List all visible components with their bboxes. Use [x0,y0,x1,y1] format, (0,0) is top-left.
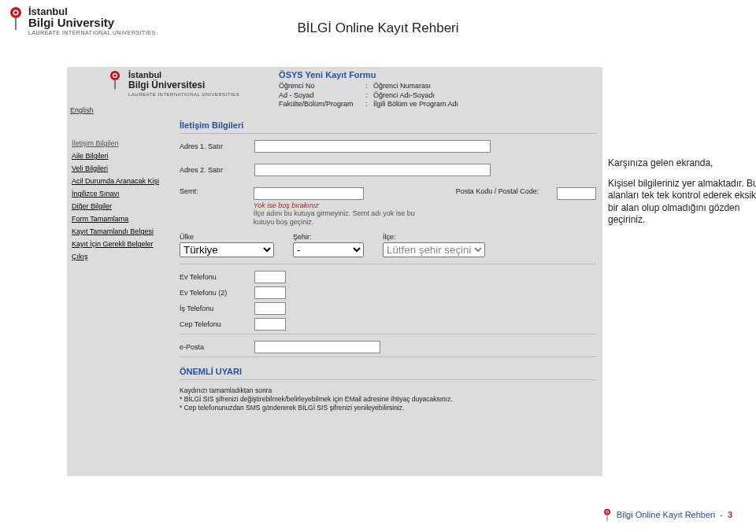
label-evtel: Ev Telefonu [180,273,254,281]
desc-p2: Kişisel bilgileriniz yer almaktadır. Bu … [608,178,756,227]
page-title: BİLGİ Online Kayıt Rehberi [297,20,458,36]
input-adres1[interactable] [254,140,491,153]
section-title: İletişim Bilgileri [180,120,596,130]
sidebar-item-iletisim[interactable]: İletişim Bilgileri [72,139,169,147]
info-val-2: İlgili Bölüm ve Program Adı [373,100,458,109]
warn-l3: * Cep telefonunuzdan SMS göndererek BİLG… [180,404,596,412]
language-link[interactable]: English [70,106,94,114]
info-val-1: Öğrenci Adı-Soyadı [373,91,435,101]
sidebar-item-tamamla[interactable]: Form Tamamlama [72,215,169,223]
divider [180,133,596,134]
select-ulke[interactable]: Türkiye [180,242,274,257]
form-head: ÖSYS Yeni Kayıt Formu Öğrenci No:Öğrenci… [279,70,458,109]
sidebar-item-ingilizce[interactable]: İngilizce Sınavı [72,190,169,198]
desc-p1: Karşınıza gelen ekranda, [608,157,756,170]
sidebar-item-diger[interactable]: Diğer Bilgiler [72,202,169,210]
select-sehir[interactable]: - [293,242,364,257]
sidebar-item-cikis[interactable]: Çıkış [72,253,169,260]
app-logo-l3: LAUREATE INTERNATIONAL UNIVERSITIES [128,92,239,97]
label-semt: Semt: [180,187,254,195]
input-eposta[interactable] [254,341,380,353]
label-ceptel: Cep Telefonu [180,320,254,328]
input-adres2[interactable] [254,164,491,176]
label-posta: Posta Kodu / Postal Code: [456,187,557,195]
label-ulke: Ülke [180,233,274,241]
app-logo-l2: Bilgi Üniversitesi [128,79,239,91]
warning-title: ÖNEMLİ UYARI [180,367,596,376]
label-adres1: Adres 1. Satır [180,142,254,150]
label-ilce: İlçe: [383,233,485,241]
svg-point-2 [14,11,17,14]
label-istel: İş Telefonu [180,305,254,312]
main-form: İletişim Bilgileri Adres 1. Satır Adres … [173,114,602,476]
uni-name-2: Bilgi University [28,17,156,28]
info-val-0: Öğrenci Numarası [373,82,431,91]
divider [180,357,596,357]
svg-point-8 [606,511,608,512]
app-logo: İstanbul Bilgi Üniversitesi LAUREATE INT… [108,70,239,109]
footer-page: 3 [728,510,732,519]
app-logo-text: İstanbul Bilgi Üniversitesi LAUREATE INT… [128,70,239,97]
divider [180,264,596,264]
label-evtel2: Ev Telefonu (2) [180,289,254,297]
warn-l2: * BİLGİ SIS şifrenizi değiştirebilmek/be… [180,395,596,404]
form-title: ÖSYS Yeni Kayıt Formu [279,70,458,79]
divider [180,379,596,380]
warning-body: Kaydınızı tamamladıktan sonra * BİLGİ SI… [180,386,596,412]
warn-l1: Kaydınızı tamamladıktan sonra [180,386,596,395]
description-text: Karşınıza gelen ekranda, Kişisel bilgile… [608,157,756,227]
app-header: İstanbul Bilgi Üniversitesi LAUREATE INT… [67,67,602,114]
pin-icon [8,6,24,28]
app-logo-l1: İstanbul [128,70,239,79]
sidebar-item-aile[interactable]: Aile Bilgileri [72,152,169,160]
app-window: İstanbul Bilgi Üniversitesi LAUREATE INT… [67,67,602,476]
warning-box: ÖNEMLİ UYARI Kaydınızı tamamladıktan son… [180,364,596,416]
hint-red: Yok ise boş bırakınız [254,201,432,209]
info-lbl-0: Öğrenci No [279,82,365,91]
uni-sub: LAUREATE INTERNATIONAL UNIVERSITIES [28,30,156,35]
sidebar-item-veli[interactable]: Veli Bilgileri [72,164,169,172]
label-adres2: Adres 2. Satır [180,166,254,174]
hint-grey: İlçe adını bu kutuya girmeyiniz. Semt ad… [254,209,432,227]
input-posta[interactable] [557,187,596,200]
sidebar-item-tamamlandi[interactable]: Kayıt Tamamlandı Belgesi [72,227,169,235]
select-ilce[interactable]: Lütfen şehir seçini. [383,242,485,257]
input-evtel[interactable] [254,271,286,283]
divider [180,334,596,334]
svg-point-5 [113,74,117,77]
label-eposta: e-Posta [180,343,254,351]
label-sehir: Şehir: [293,233,364,241]
pin-icon [602,508,612,521]
page-header: İstanbul Bilgi University LAUREATE INTER… [8,6,748,46]
content-area: İletişim Bilgileri Aile Bilgileri Veli B… [67,114,602,476]
pin-icon [108,70,124,92]
input-ceptel[interactable] [254,318,286,331]
logo-text: İstanbul Bilgi University LAUREATE INTER… [28,6,156,35]
sidebar-item-belgeler[interactable]: Kayıt İçin Gerekli Belgeler [72,240,169,248]
sidebar-item-acil[interactable]: Acil Durumda Aranacak Kişi [72,177,169,185]
info-lbl-2: Fakülte/Bölüm/Program [279,100,365,109]
input-semt[interactable] [254,187,364,200]
sidebar: İletişim Bilgileri Aile Bilgileri Veli B… [67,114,173,476]
footer-sep: - [720,510,723,519]
input-evtel2[interactable] [254,286,286,299]
footer-text: Bilgi Online Kayıt Rehberi [617,510,715,519]
footer: Bilgi Online Kayıt Rehberi - 3 [602,508,732,521]
info-lbl-1: Ad - Soyad [279,91,365,101]
input-istel[interactable] [254,302,286,315]
